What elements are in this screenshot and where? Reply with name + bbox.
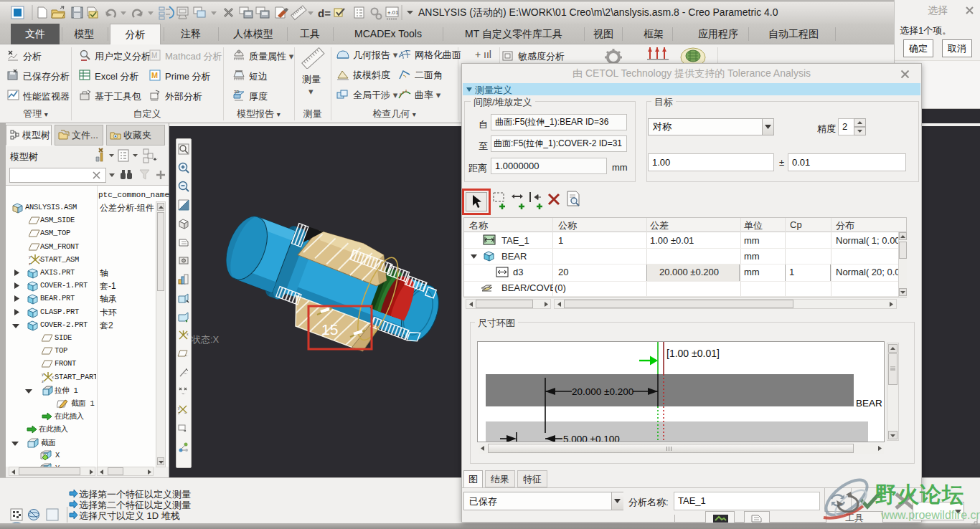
svg-text:z: z — [42, 379, 44, 383]
svg-text:20.000 ±0.200: 20.000 ±0.200 — [572, 386, 633, 397]
svg-text:M: M — [151, 52, 157, 59]
svg-text:d=: d= — [318, 7, 331, 19]
svg-text:x: x — [187, 332, 189, 336]
svg-text:3D: 3D — [234, 90, 240, 94]
svg-text:BEAR: BEAR — [856, 398, 882, 409]
svg-text:z: z — [29, 262, 31, 266]
svg-text:15: 15 — [321, 321, 338, 338]
svg-text:M: M — [151, 71, 158, 80]
svg-text:[1.00 ±0.01]: [1.00 ±0.01] — [666, 348, 720, 359]
svg-text:y: y — [42, 372, 44, 376]
svg-text:±.01: ±.01 — [387, 9, 399, 16]
svg-text:5.000 ±0.100: 5.000 ±0.100 — [563, 434, 620, 442]
svg-text:y: y — [29, 254, 31, 259]
svg-text:x: x — [52, 375, 54, 379]
